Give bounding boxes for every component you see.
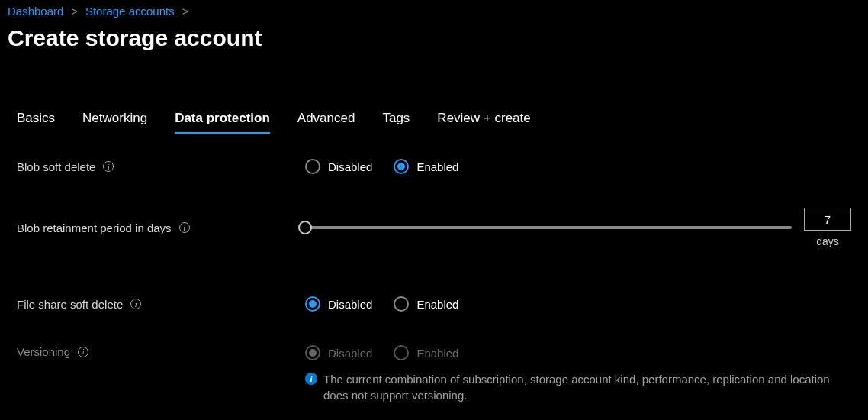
radio-circle-icon — [305, 296, 320, 312]
breadcrumb-link-dashboard[interactable]: Dashboard — [8, 5, 63, 18]
radio-label: Enabled — [416, 160, 458, 173]
slider-thumb[interactable] — [298, 221, 312, 234]
label-file-share-soft-delete: File share soft delete i — [17, 298, 305, 311]
tabs: Basics Networking Data protection Advanc… — [17, 111, 851, 134]
slider-blob-retainment[interactable] — [305, 226, 792, 229]
info-icon[interactable]: i — [179, 222, 190, 233]
radio-file-share-disabled[interactable]: Disabled — [305, 296, 372, 312]
chevron-right-icon: > — [182, 5, 188, 18]
radio-label: Enabled — [416, 298, 458, 311]
info-filled-icon: i — [305, 373, 317, 385]
versioning-notice: i The current combination of subscriptio… — [305, 371, 851, 403]
radio-circle-icon — [305, 159, 320, 174]
label-text: File share soft delete — [17, 298, 123, 311]
label-text: Versioning — [17, 345, 70, 358]
info-icon[interactable]: i — [78, 347, 88, 357]
label-versioning: Versioning i — [17, 345, 305, 358]
breadcrumb-link-storage-accounts[interactable]: Storage accounts — [85, 5, 175, 18]
info-icon[interactable]: i — [103, 161, 114, 172]
radio-group-blob-soft-delete: Disabled Enabled — [305, 159, 458, 174]
radio-group-file-share-soft-delete: Disabled Enabled — [305, 296, 458, 312]
radio-label: Disabled — [328, 347, 372, 360]
radio-circle-icon — [394, 296, 409, 312]
radio-circle-icon — [394, 159, 409, 174]
page-title: Create storage account — [0, 18, 868, 51]
input-blob-retainment-value[interactable] — [804, 208, 851, 231]
label-text: Blob soft delete — [17, 160, 95, 173]
radio-group-versioning: Disabled Enabled — [305, 345, 458, 360]
tab-networking[interactable]: Networking — [82, 111, 147, 134]
radio-circle-icon — [394, 345, 409, 360]
radio-versioning-disabled: Disabled — [305, 345, 372, 360]
breadcrumb: Dashboard > Storage accounts > — [0, 0, 868, 18]
radio-blob-soft-delete-enabled[interactable]: Enabled — [394, 159, 458, 174]
tab-basics[interactable]: Basics — [17, 111, 55, 134]
radio-versioning-enabled: Enabled — [394, 345, 458, 360]
tab-advanced[interactable]: Advanced — [297, 111, 355, 134]
chevron-right-icon: > — [72, 5, 78, 18]
tab-review-create[interactable]: Review + create — [437, 111, 530, 134]
radio-label: Enabled — [416, 347, 458, 360]
notice-text: The current combination of subscription,… — [323, 371, 851, 403]
tab-tags[interactable]: Tags — [382, 111, 410, 134]
info-icon[interactable]: i — [130, 299, 141, 309]
label-blob-retainment: Blob retainment period in days i — [17, 221, 305, 234]
radio-label: Disabled — [328, 160, 372, 173]
radio-circle-icon — [305, 345, 320, 360]
label-blob-soft-delete: Blob soft delete i — [17, 160, 305, 173]
label-text: Blob retainment period in days — [17, 221, 172, 234]
radio-file-share-enabled[interactable]: Enabled — [394, 296, 458, 312]
radio-label: Disabled — [328, 298, 372, 311]
tab-data-protection[interactable]: Data protection — [175, 111, 270, 134]
radio-blob-soft-delete-disabled[interactable]: Disabled — [305, 159, 372, 174]
slider-unit: days — [816, 235, 839, 247]
